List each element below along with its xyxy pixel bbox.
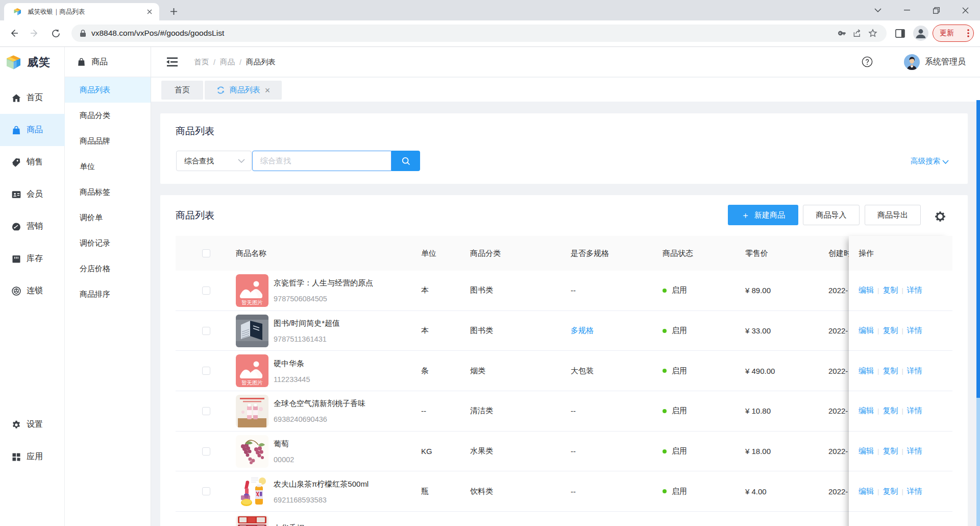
product-created: 2022- [828,471,848,511]
copy-link[interactable]: 复制 [883,406,898,416]
edit-link[interactable]: 编辑 [859,326,874,336]
app-logo[interactable]: 威笑 [0,47,65,77]
key-icon[interactable] [835,26,850,41]
tag-refresh-icon[interactable] [216,86,225,94]
product-spec: -- [571,432,576,471]
submenu-item-分店价格[interactable]: 分店价格 [65,256,151,281]
row-checkbox[interactable] [202,487,210,495]
submenu-item-调价单[interactable]: 调价单 [65,205,151,230]
detail-link[interactable]: 详情 [907,406,922,416]
search-type-select[interactable]: 综合查找 [176,151,252,171]
edit-link[interactable]: 编辑 [859,446,874,456]
import-button[interactable]: 商品导入 [803,205,860,225]
browser-update-button[interactable]: 更新 [933,25,974,42]
product-price: ¥ 89.00 [745,271,771,310]
row-checkbox[interactable] [202,367,210,375]
edit-link[interactable]: 编辑 [859,285,874,295]
window-minimize-icon[interactable] [895,0,919,20]
address-bar[interactable]: vx8848.com/vxPos/#/goods/goodsList [71,25,887,42]
row-checkbox[interactable] [202,447,210,456]
detail-link[interactable]: 详情 [907,366,922,376]
copy-link[interactable]: 复制 [883,326,898,336]
detail-link[interactable]: 详情 [907,326,922,336]
user-avatar [904,54,920,70]
submenu-item-单位[interactable]: 单位 [65,154,151,179]
tag-home[interactable]: 首页 [161,81,203,100]
side-panel-icon[interactable] [891,25,909,42]
edit-link[interactable]: 编辑 [859,366,874,376]
submenu-item-商品标签[interactable]: 商品标签 [65,179,151,205]
product-image: 暂无图片 [236,354,268,387]
tag-goods-list[interactable]: 商品列表 × [205,81,282,100]
primary-nav: 首页商品销售会员营销库存连锁 [0,82,65,307]
window-close-icon[interactable] [953,0,977,20]
sidebar-item-连锁[interactable]: 连锁 [0,275,65,307]
submenu-header: 商品 [65,47,151,77]
sidebar-item-销售[interactable]: 销售 [0,146,65,178]
new-tab-button[interactable] [166,4,181,18]
edit-link[interactable]: 编辑 [859,406,874,416]
detail-link[interactable]: 详情 [907,285,922,295]
search-button[interactable] [391,151,420,171]
row-actions: 编辑| 复制| 详情 [849,432,952,472]
sidebar-item-商品[interactable]: 商品 [0,114,65,146]
forward-icon[interactable] [26,25,43,42]
window-restore-icon[interactable] [924,0,948,20]
product-spec: -- [571,271,576,310]
select-all-checkbox[interactable] [202,249,210,257]
bookmark-star-icon[interactable] [865,26,880,41]
submenu-item-商品品牌[interactable]: 商品品牌 [65,128,151,154]
breadcrumb-home[interactable]: 首页 [194,57,209,67]
browser-tab[interactable]: 威笑收银｜商品列表 [4,3,159,20]
sidebar-item-设置[interactable]: 设置 [0,409,65,441]
submenu-item-调价记录[interactable]: 调价记录 [65,230,151,256]
user-info[interactable]: 系统管理员 [904,47,966,77]
table-row: 农夫山泉茶π柠檬红茶500ml 6921168593583 瓶 饮料类 -- 启… [176,471,952,512]
col-spec: 是否多规格 [571,236,609,271]
new-goods-button[interactable]: ＋新建商品 [728,205,798,225]
window-chevron-icon[interactable] [866,0,890,20]
browser-tabstrip: 威笑收银｜商品列表 [0,0,980,20]
detail-link[interactable]: 详情 [907,446,922,456]
submenu-item-商品列表[interactable]: 商品列表 [65,77,151,103]
sidebar-collapse-icon[interactable] [165,55,179,68]
export-button[interactable]: 商品导出 [865,205,921,225]
sidebar-item-营销[interactable]: 营销 [0,210,65,243]
operation-column: 操作 编辑| 复制| 详情 编辑| 复制| 详情 编辑| 复制| 详情 编辑| … [849,236,952,526]
copy-link[interactable]: 复制 [883,446,898,456]
profile-avatar-icon[interactable] [912,25,929,42]
product-spec[interactable]: 多规格 [571,311,594,351]
share-icon[interactable] [850,26,865,41]
edit-link[interactable]: 编辑 [859,487,874,496]
help-icon[interactable] [861,55,874,68]
sidebar-item-首页[interactable]: 首页 [0,82,65,114]
copy-link[interactable]: 复制 [883,285,898,295]
browser-menu-dots-icon[interactable] [967,29,969,37]
submenu-item-商品排序[interactable]: 商品排序 [65,281,151,307]
detail-link[interactable]: 详情 [907,487,922,496]
sidebar-item-应用[interactable]: 应用 [0,441,65,473]
sidebar-item-库存[interactable]: 库存 [0,243,65,275]
copy-link[interactable]: 复制 [883,366,898,376]
bag-icon [77,57,86,67]
product-status: 启用 [663,471,687,511]
tab-close-icon[interactable] [145,7,154,16]
back-icon[interactable] [5,25,22,42]
product-unit: 瓶 [421,471,429,511]
row-checkbox[interactable] [202,407,210,415]
page-scrollbar-thumb[interactable] [976,100,980,398]
tag-close-icon[interactable]: × [265,86,271,95]
advanced-search-link[interactable]: 高级搜索 [911,156,949,166]
submenu-item-商品分类[interactable]: 商品分类 [65,103,151,128]
table-settings-gear-icon[interactable] [934,210,946,223]
copy-link[interactable]: 复制 [883,487,898,496]
row-checkbox[interactable] [202,286,210,295]
search-card-title: 商品列表 [176,125,214,138]
page-scrollbar-track[interactable] [976,100,980,526]
row-checkbox[interactable] [202,327,210,335]
reload-icon[interactable] [47,25,64,42]
sidebar-item-会员[interactable]: 会员 [0,178,65,210]
table-header-row: 商品名称 单位 商品分类 是否多规格 商品状态 零售价 创建时间 [176,236,952,271]
search-input[interactable]: 综合查找 [252,151,391,171]
breadcrumb-goods[interactable]: 商品 [220,57,235,67]
